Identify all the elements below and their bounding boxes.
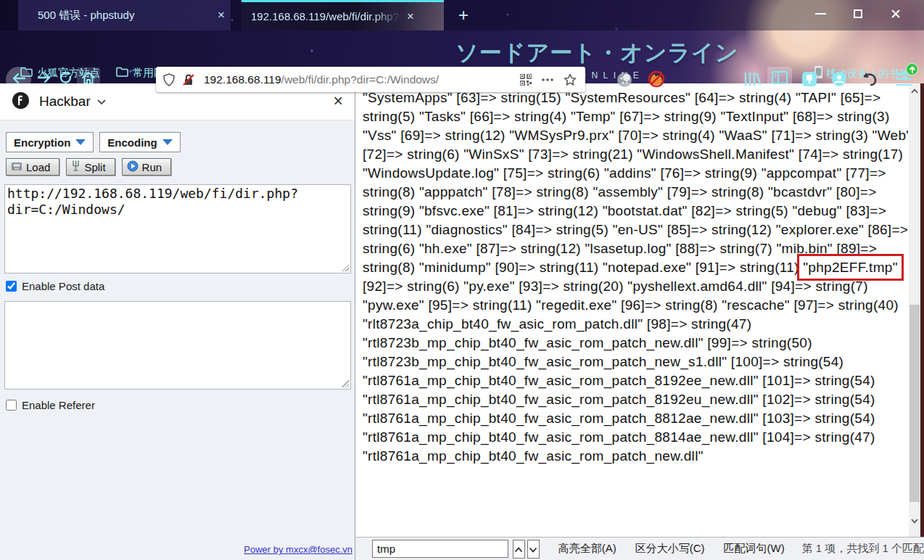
dump-text-after: [92]=> string(6) "py.exe" [93]=> string(… [363, 279, 899, 464]
tab-close-icon[interactable]: × [212, 8, 231, 22]
qr-code-icon[interactable] [520, 74, 532, 86]
window-close-button[interactable]: ✕ [879, 4, 912, 23]
run-icon [127, 160, 139, 174]
sidebar-footer: Power by mxcx@fosec.vn [244, 544, 352, 555]
dropdown-caret-icon [162, 139, 173, 145]
cookie-extension-icon[interactable] [614, 69, 635, 91]
tab-close-icon[interactable]: × [401, 9, 420, 24]
enable-post-label: Enable Post data [22, 280, 104, 292]
power-by-link[interactable]: Power by mxcx@fosec.vn [244, 544, 352, 555]
run-button[interactable]: Run [122, 158, 172, 176]
tracking-shield-icon[interactable] [163, 73, 175, 86]
chevron-down-icon[interactable] [97, 95, 106, 108]
vertical-scrollbar[interactable] [909, 83, 920, 537]
button-label: Load [26, 161, 50, 173]
button-label: Run [142, 161, 162, 173]
bookmark-star-icon[interactable] [564, 73, 577, 86]
load-button[interactable]: Load [6, 158, 59, 176]
tab-title: 500 错误 - phpstudy [18, 9, 212, 22]
find-next-button[interactable] [527, 540, 540, 559]
dropdown-caret-icon [75, 139, 86, 145]
navigation-toolbar: 192.168.68.119/web/fi/dir.php?dir=C:/Win… [0, 30, 924, 65]
sidebars-button[interactable] [767, 67, 792, 91]
page-content: "System32" [62]=> string(10) "SystemApps… [355, 83, 924, 537]
hackbar-menu-row: Encryption Encoding [6, 132, 355, 152]
menu-label: Encoding [107, 136, 157, 149]
minimize-button[interactable] [804, 4, 837, 23]
match-case-toggle[interactable]: 区分大小写(C) [635, 542, 705, 556]
update-badge-icon[interactable] [906, 63, 918, 75]
post-data-textarea[interactable] [4, 301, 351, 390]
sidebars-icon [772, 71, 788, 87]
maximize-button[interactable] [841, 4, 875, 23]
insecure-lock-icon[interactable] [182, 73, 195, 86]
url-host: 192.168.68.119 [204, 73, 281, 86]
blocked-script-extension-icon[interactable] [645, 69, 667, 91]
target-url-textarea[interactable]: http://192.168.68.119/web/fi/dir.php?dir… [4, 184, 351, 273]
bookmark-folder-firefox[interactable]: 火狐官方站点 [20, 66, 100, 80]
scroll-up-icon[interactable] [909, 85, 920, 97]
post-textarea-wrap [0, 301, 355, 390]
encryption-menu-button[interactable]: Encryption [6, 132, 94, 152]
button-label: Split [84, 161, 105, 173]
browser-chrome: 500 错误 - phpstudy × 192.168.68.119/web/f… [0, 0, 924, 83]
sidebar-close-button[interactable]: × [334, 91, 343, 110]
whole-words-toggle[interactable]: 匹配词句(W) [723, 542, 784, 556]
folder-icon [116, 67, 128, 79]
window-right-edge [920, 83, 924, 537]
enable-referer-checkbox[interactable] [6, 400, 17, 411]
find-bar: 高亮全部(A) 区分大小写(C) 匹配词句(W) 第 1 项，共找到 1 个匹配 [355, 537, 924, 560]
resize-grip-icon[interactable] [342, 380, 349, 387]
enable-referer-row: Enable Referer [6, 399, 355, 411]
find-status-text: 第 1 项，共找到 1 个匹配 [802, 542, 924, 556]
encoding-menu-button[interactable]: Encoding [99, 132, 180, 152]
bookmark-label: 火狐官方站点 [37, 66, 100, 80]
library-icon[interactable] [743, 71, 762, 87]
menu-label: Encryption [14, 136, 70, 149]
folder-icon [20, 67, 33, 79]
hackbar-action-row: Load Split Run [6, 158, 355, 176]
browser-window: 500 错误 - phpstudy × 192.168.68.119/web/f… [0, 0, 924, 560]
window-controls: ✕ [798, 4, 918, 23]
hackbar-logo-icon [12, 91, 30, 112]
undo-icon[interactable] [859, 70, 879, 88]
load-icon [11, 161, 22, 173]
tab-title: 192.168.68.119/web/fi/dir.php?dir [242, 10, 401, 22]
split-button[interactable]: Split [66, 158, 115, 176]
sidebar-title: Hackbar [39, 94, 91, 110]
enable-referer-label: Enable Referer [22, 399, 95, 411]
hackbar-sidebar: Hackbar × Encryption Encoding Load [0, 83, 355, 560]
resize-grip-icon[interactable] [342, 264, 349, 271]
var-dump-output: "SystemApps" [63]=> string(15) "SystemRe… [363, 88, 917, 466]
chevron-up-icon [514, 543, 523, 556]
enable-post-checkbox[interactable] [6, 281, 17, 292]
hackbar-extension-icon[interactable] [800, 70, 819, 88]
annotation-box-php2eff-tmp: "php2EFF.tmp" [803, 260, 897, 275]
url-textarea-wrap: http://192.168.68.119/web/fi/dir.php?dir… [0, 184, 355, 273]
account-icon[interactable] [830, 70, 849, 88]
page-actions-icon[interactable] [542, 78, 553, 81]
tab-dir-php-active[interactable]: 192.168.68.119/web/fi/dir.php?dir × [242, 0, 444, 30]
new-tab-button[interactable]: + [453, 5, 474, 27]
dump-text-before: "SystemApps" [63]=> string(15) "SystemRe… [363, 90, 911, 275]
find-input[interactable] [372, 540, 508, 558]
highlight-all-toggle[interactable]: 高亮全部(A) [558, 542, 616, 556]
chevron-down-icon [529, 543, 537, 556]
find-previous-button[interactable] [513, 540, 525, 559]
scroll-down-icon[interactable] [909, 515, 920, 527]
enable-post-row: Enable Post data [6, 280, 355, 292]
url-path: /web/fi/dir.php?dir=C:/Windows/ [281, 73, 440, 86]
address-bar[interactable]: 192.168.68.119/web/fi/dir.php?dir=C:/Win… [156, 67, 585, 92]
url-text[interactable]: 192.168.68.119/web/fi/dir.php?dir=C:/Win… [204, 73, 439, 86]
scrollbar-thumb[interactable] [909, 305, 920, 502]
tab-bar: 500 错误 - phpstudy × 192.168.68.119/web/f… [0, 0, 924, 30]
tab-phpstudy[interactable]: 500 错误 - phpstudy × [18, 0, 231, 30]
split-icon [71, 160, 81, 173]
